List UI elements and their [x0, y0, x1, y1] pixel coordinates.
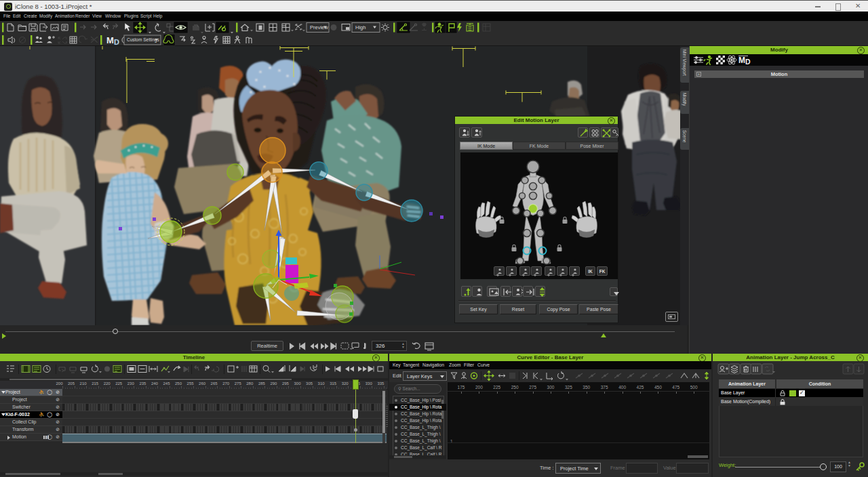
- svg-text:D: D: [745, 58, 751, 66]
- svg-text:D: D: [114, 38, 119, 46]
- svg-text:M: M: [738, 56, 745, 65]
- svg-text:M: M: [106, 35, 114, 45]
- svg-text:Custom Settings: Custom Settings: [127, 37, 159, 43]
- svg-text:High: High: [355, 24, 366, 30]
